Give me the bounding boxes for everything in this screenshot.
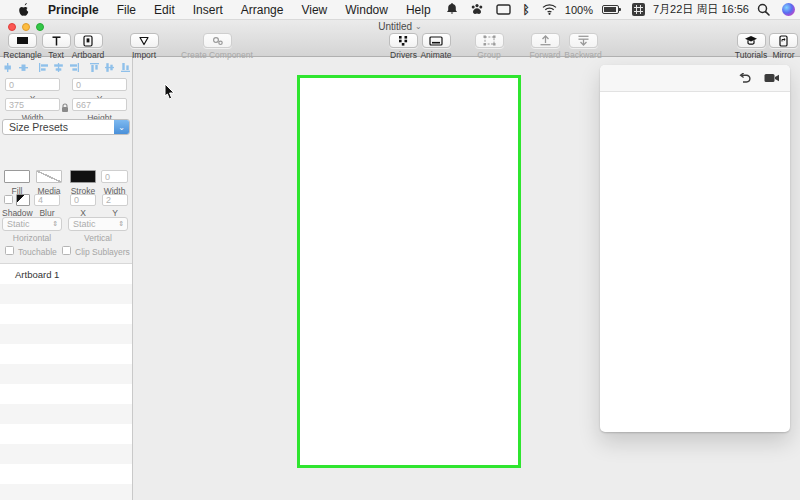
- artboard-1-selected[interactable]: [297, 75, 521, 468]
- menu-bar: Principle File Edit Insert Arrange View …: [0, 0, 800, 20]
- align-top-icon[interactable]: [87, 62, 102, 73]
- window-title-area[interactable]: Untitled ⌄: [0, 20, 800, 33]
- shadow-checkbox[interactable]: [4, 195, 13, 204]
- shadow-color-swatch[interactable]: [16, 194, 30, 206]
- width-field[interactable]: [5, 98, 60, 111]
- stroke-width-field[interactable]: [101, 170, 128, 183]
- group-button: Group: [470, 33, 508, 60]
- menu-item-view[interactable]: View: [292, 0, 336, 19]
- animate-icon: [429, 36, 443, 46]
- window-title: Untitled: [378, 21, 412, 32]
- distribute-horizontal-icon[interactable]: [0, 62, 15, 73]
- import-button[interactable]: Import: [124, 33, 164, 60]
- wifi-icon[interactable]: [536, 0, 563, 19]
- preview-header: [600, 65, 790, 92]
- touchable-checkbox: [5, 246, 14, 255]
- size-presets-dropdown[interactable]: Size Presets ⌄: [2, 119, 130, 135]
- menu-item-arrange[interactable]: Arrange: [232, 0, 293, 19]
- touchable-label: Touchable: [18, 247, 57, 257]
- apple-menu-icon[interactable]: [10, 3, 39, 16]
- siri-icon[interactable]: [776, 0, 800, 19]
- import-icon: [138, 36, 150, 46]
- size-presets-label: Size Presets: [3, 121, 114, 133]
- rectangle-icon: [16, 36, 29, 45]
- bring-forward-icon: [539, 35, 552, 46]
- horizontal-label: Horizontal: [2, 233, 62, 243]
- popup-arrows-icon: ⇕: [52, 220, 61, 228]
- tutorials-graduation-cap-icon: [744, 35, 758, 46]
- layer-list: Artboard 1: [0, 263, 132, 500]
- shadow-y-field[interactable]: [102, 194, 128, 206]
- align-center-horizontal-icon[interactable]: [51, 62, 66, 73]
- menu-bar-clock[interactable]: 7月22日 周日 16:56: [651, 2, 751, 17]
- fill-color-swatch[interactable]: [4, 170, 30, 183]
- canvas-area[interactable]: [133, 57, 800, 500]
- battery-icon[interactable]: [595, 0, 626, 19]
- preview-window: [600, 65, 790, 432]
- mirror-device-icon: [779, 35, 788, 47]
- horizontal-value: Static: [3, 219, 52, 229]
- popup-arrows-icon: ⇕: [118, 220, 127, 228]
- drivers-icon: [398, 35, 409, 46]
- create-component-icon: [211, 36, 224, 46]
- inspector-panel: X Y Width Height Size Presets ⌄ Fill Med…: [0, 57, 133, 500]
- rectangle-tool-button[interactable]: Rectangle: [0, 33, 45, 60]
- title-chevron-icon: ⌄: [415, 22, 422, 31]
- text-icon: [51, 36, 62, 46]
- spotlight-search-icon[interactable]: [751, 0, 776, 19]
- align-middle-vertical-icon[interactable]: [102, 62, 117, 73]
- backward-button: Backward: [560, 33, 606, 60]
- menu-item-principle[interactable]: Principle: [39, 0, 108, 19]
- battery-percent: 100%: [563, 4, 595, 16]
- menu-item-help[interactable]: Help: [397, 0, 440, 19]
- vertical-value: Static: [69, 219, 118, 229]
- mouse-cursor: [164, 83, 176, 104]
- size-presets-chevron-icon: ⌄: [114, 120, 129, 134]
- clip-sublayers-label: Clip Sublayers: [75, 247, 130, 257]
- send-backward-icon: [577, 35, 590, 46]
- display-icon[interactable]: [490, 0, 517, 19]
- preview-rewind-icon[interactable]: [738, 73, 752, 84]
- media-swatch[interactable]: [36, 170, 62, 183]
- group-icon: [483, 35, 496, 46]
- window-toolbar: Untitled ⌄ Rectangle Text Artboard Impor…: [0, 20, 800, 57]
- paw-app-icon[interactable]: [464, 0, 490, 19]
- desktop: Principle File Edit Insert Arrange View …: [0, 0, 800, 500]
- menu-item-window[interactable]: Window: [336, 0, 397, 19]
- lock-aspect-icon[interactable]: [61, 99, 69, 117]
- align-left-icon[interactable]: [36, 62, 51, 73]
- align-right-icon[interactable]: [67, 62, 82, 73]
- x-position-field[interactable]: [5, 78, 60, 91]
- shadow-blur-field[interactable]: [34, 194, 60, 206]
- input-method-icon[interactable]: [626, 0, 651, 19]
- vertical-behavior-dropdown: Static ⇕: [68, 217, 128, 231]
- animate-button[interactable]: Animate: [416, 33, 456, 60]
- record-video-camera-icon[interactable]: [764, 73, 780, 83]
- height-field[interactable]: [72, 98, 127, 111]
- y-position-field[interactable]: [72, 78, 127, 91]
- horizontal-behavior-dropdown: Static ⇕: [2, 217, 62, 231]
- menu-item-file[interactable]: File: [108, 0, 145, 19]
- menu-item-edit[interactable]: Edit: [145, 0, 184, 19]
- layer-row-artboard-1[interactable]: Artboard 1: [0, 264, 132, 284]
- alignment-toolbar: [0, 60, 133, 74]
- notifications-bell-icon[interactable]: [440, 0, 464, 19]
- clip-sublayers-checkbox: [62, 246, 71, 255]
- align-bottom-icon[interactable]: [118, 62, 133, 73]
- create-component-button: Create Component: [182, 33, 252, 60]
- menu-item-insert[interactable]: Insert: [184, 0, 232, 19]
- artboard-icon: [83, 35, 93, 47]
- text-tool-button[interactable]: Text: [42, 33, 70, 60]
- stroke-color-swatch[interactable]: [70, 170, 96, 183]
- tutorials-button[interactable]: Tutorials: [729, 33, 773, 60]
- bluetooth-icon[interactable]: ᛒ: [517, 0, 536, 19]
- artboard-tool-button[interactable]: Artboard: [68, 33, 108, 60]
- mirror-button[interactable]: Mirror: [768, 33, 799, 60]
- shadow-x-field[interactable]: [70, 194, 96, 206]
- vertical-label: Vertical: [68, 233, 128, 243]
- distribute-vertical-icon[interactable]: [15, 62, 30, 73]
